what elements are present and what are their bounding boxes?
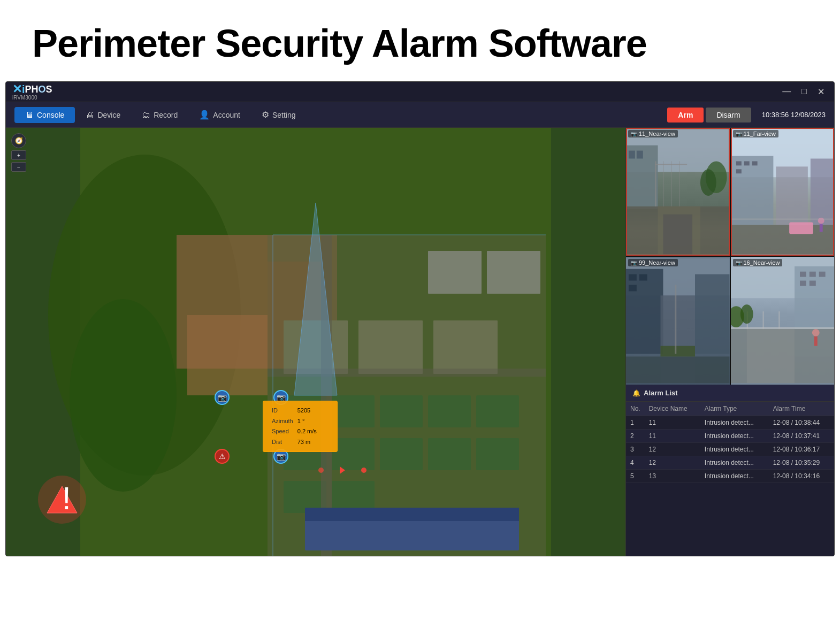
compass-button[interactable]: 🧭 xyxy=(11,133,26,148)
zoom-minus-button[interactable]: − xyxy=(11,162,26,172)
nav-record[interactable]: 🗂 Record xyxy=(131,107,188,123)
svg-rect-39 xyxy=(637,151,643,159)
account-icon: 👤 xyxy=(199,110,210,120)
svg-rect-23 xyxy=(268,369,546,377)
logo-os: O xyxy=(39,85,46,94)
minimize-button[interactable]: — xyxy=(779,86,794,98)
camera-label-2: 📷 11_Far-view xyxy=(733,130,779,137)
svg-rect-72 xyxy=(675,285,676,354)
svg-rect-51 xyxy=(731,156,773,225)
svg-rect-69 xyxy=(695,274,730,354)
map-area[interactable]: 🧭 + − 📷 📷 ⚠ 📷 ID 5205 Azimuth 1 ° xyxy=(6,128,625,556)
alarm-type: Intrusion detect... xyxy=(700,443,769,456)
nav-device[interactable]: 🖨 Device xyxy=(75,107,131,123)
close-button[interactable]: ✕ xyxy=(814,86,828,98)
camera-icon-3: 📷 xyxy=(631,260,637,266)
svg-rect-11 xyxy=(476,395,519,427)
col-no: No. xyxy=(626,402,645,416)
tooltip-id-value: 5205 xyxy=(295,405,319,416)
svg-rect-54 xyxy=(736,161,741,165)
camera-feed-1[interactable]: 📷 11_Near-view xyxy=(626,128,730,256)
alarm-table-body: 1 11 Intrusion detect... 12-08 / 10:38:4… xyxy=(626,416,834,483)
svg-marker-33 xyxy=(340,466,345,474)
camera-name-4: 16_Near-view xyxy=(744,259,780,266)
right-panel: 📷 11_Near-view xyxy=(625,128,834,556)
nav-console[interactable]: 🖥 Console xyxy=(14,107,75,123)
alarm-time: 12-08 / 10:38:44 xyxy=(769,416,834,430)
zoom-plus-button[interactable]: + xyxy=(11,150,26,160)
camera-feed-3[interactable]: 📷 99_Near-view xyxy=(626,257,730,385)
alert-icon: ! xyxy=(38,476,86,524)
svg-rect-82 xyxy=(762,311,763,330)
logo-x-symbol: ✕ xyxy=(12,83,22,95)
svg-point-86 xyxy=(812,329,819,336)
svg-rect-70 xyxy=(626,356,730,383)
svg-rect-22 xyxy=(321,235,332,556)
nav-bar: 🖥 Console 🖨 Device 🗂 Record 👤 Account ⚙ … xyxy=(6,102,834,128)
camera-feed-4[interactable]: 📷 16_Near-view xyxy=(731,257,835,385)
svg-rect-27 xyxy=(487,251,540,294)
svg-rect-46 xyxy=(655,164,688,165)
svg-rect-47 xyxy=(663,215,692,254)
svg-rect-57 xyxy=(736,169,741,173)
camera-feed-2[interactable]: 📷 11_Far-view xyxy=(731,128,835,256)
svg-rect-25 xyxy=(305,508,519,521)
svg-rect-24 xyxy=(305,518,519,550)
arm-button[interactable]: Arm xyxy=(667,108,704,123)
svg-point-1 xyxy=(48,155,241,476)
nav-record-label: Record xyxy=(154,111,178,119)
alarm-row[interactable]: 1 11 Intrusion detect... 12-08 / 10:38:4… xyxy=(626,416,834,430)
alarm-row[interactable]: 5 13 Intrusion detect... 12-08 / 10:34:1… xyxy=(626,470,834,483)
svg-point-89 xyxy=(740,304,753,324)
alarm-row[interactable]: 3 12 Intrusion detect... 12-08 / 10:36:1… xyxy=(626,443,834,456)
svg-rect-55 xyxy=(744,161,749,165)
alarm-type: Intrusion detect... xyxy=(700,456,769,470)
title-bar-left: ✕ i PH O S iRVM3000 xyxy=(12,83,52,101)
tooltip-azimuth-label: Azimuth xyxy=(270,416,295,427)
alarm-type: Intrusion detect... xyxy=(700,430,769,443)
alarm-no: 1 xyxy=(626,416,645,430)
page-title-area: Perimeter Security Alarm Software xyxy=(0,0,840,81)
alarm-no: 2 xyxy=(626,430,645,443)
svg-rect-62 xyxy=(731,219,835,220)
alarm-row[interactable]: 4 12 Intrusion detect... 12-08 / 10:35:2… xyxy=(626,456,834,470)
svg-rect-21 xyxy=(433,320,498,374)
maximize-button[interactable]: □ xyxy=(798,86,810,98)
svg-rect-83 xyxy=(778,311,780,330)
alarm-table-header-row: No. Device Name Alarm Type Alarm Time xyxy=(626,402,834,416)
alarm-list-title: Alarm List xyxy=(644,389,678,397)
svg-rect-64 xyxy=(626,269,663,354)
col-time: Alarm Time xyxy=(769,402,834,416)
tooltip-azimuth-value: 1 ° xyxy=(295,416,319,427)
alarm-row[interactable]: 2 11 Intrusion detect... 12-08 / 10:37:4… xyxy=(626,430,834,443)
nav-account[interactable]: 👤 Account xyxy=(188,106,251,123)
svg-rect-14 xyxy=(380,438,423,470)
alarm-device: 12 xyxy=(645,443,700,456)
svg-rect-61 xyxy=(819,224,822,232)
device-icon-3[interactable]: ⚠ xyxy=(215,449,230,464)
svg-rect-18 xyxy=(332,481,375,513)
alarm-list-icon: 🔔 xyxy=(632,389,640,397)
disarm-button[interactable]: Disarm xyxy=(706,108,751,123)
svg-rect-53 xyxy=(810,158,834,225)
console-icon: 🖥 xyxy=(25,110,34,120)
svg-rect-45 xyxy=(679,161,679,206)
svg-rect-78 xyxy=(800,281,806,286)
device-icon-1[interactable]: 📷 xyxy=(215,390,230,405)
svg-rect-8 xyxy=(332,395,375,427)
svg-rect-66 xyxy=(639,274,647,281)
svg-rect-65 xyxy=(629,274,637,281)
svg-rect-0 xyxy=(80,128,551,556)
alarm-time: 12-08 / 10:35:29 xyxy=(769,456,834,470)
camera-label-4: 📷 16_Near-view xyxy=(733,259,783,266)
tooltip-speed-value: 0.2 m/s xyxy=(295,426,319,437)
camera-icon-2: 📷 xyxy=(736,131,742,137)
col-device: Device Name xyxy=(645,402,700,416)
svg-rect-38 xyxy=(629,151,635,159)
nav-setting[interactable]: ⚙ Setting xyxy=(251,106,307,123)
svg-rect-56 xyxy=(752,161,757,165)
map-tooltip: ID 5205 Azimuth 1 ° Speed 0.2 m/s Dist 7… xyxy=(263,401,338,452)
svg-rect-87 xyxy=(814,336,817,346)
main-content: 🧭 + − 📷 📷 ⚠ 📷 ID 5205 Azimuth 1 ° xyxy=(6,128,834,556)
record-icon: 🗂 xyxy=(142,110,150,120)
